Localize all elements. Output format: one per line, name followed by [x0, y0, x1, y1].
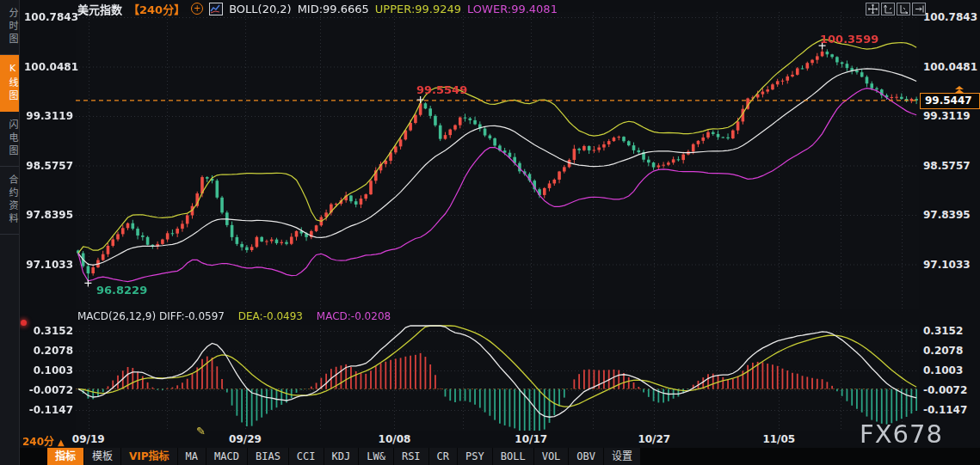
date-axis-label: 11/05 — [762, 433, 795, 445]
toolbar-button-VOL[interactable]: VOL — [534, 448, 570, 465]
indicator-toolbar-row: 指标模板VIP指标MAMACDBIASCCIKDJLW&RSICRPSYBOLL… — [20, 448, 980, 465]
last-price-tag[interactable]: 99.5447 — [920, 93, 980, 109]
toolbar-button-设置[interactable]: 设置 — [604, 448, 641, 465]
toolbar-button-BOLL[interactable]: BOLL — [493, 448, 534, 465]
price-axis-label-left: 100.7843 — [24, 11, 73, 23]
add-indicator-icon[interactable]: + — [191, 3, 203, 15]
macd-macd-value: MACD:-0.0208 — [317, 310, 391, 322]
toolbar-button-OBV[interactable]: OBV — [569, 448, 604, 465]
indicator-toolbar: 指标模板VIP指标MAMACDBIASCCIKDJLW&RSICRPSYBOLL… — [47, 448, 641, 465]
toolbar-button-指标[interactable]: 指标 — [47, 448, 84, 465]
macd-dea-value: DEA:-0.0493 — [238, 310, 303, 322]
macd-axis-label-right: -0.1147 — [923, 404, 967, 416]
macd-axis-label-right: -0.0072 — [923, 384, 967, 396]
period-label[interactable]: 【240分】 — [128, 1, 185, 17]
go-to-latest-icon[interactable] — [912, 3, 926, 15]
mini-chart-icon[interactable] — [209, 3, 223, 15]
toolbar-button-MACD[interactable]: MACD — [206, 448, 248, 465]
price-axis-label-right: 98.5757 — [923, 160, 971, 172]
boll-lower-value: LOWER:99.4081 — [467, 3, 558, 15]
sidebar-tab-1[interactable]: K线图 — [0, 55, 19, 112]
scale-x-axis-icon[interactable] — [897, 3, 910, 15]
live-alert-icon — [21, 320, 27, 326]
macd-axis-label-right: 0.1003 — [923, 364, 963, 376]
macd-chart-canvas[interactable] — [76, 325, 919, 431]
sidebar-tab-3[interactable]: 合约资料 — [0, 167, 19, 235]
boll-label: BOLL(20,2) — [229, 3, 292, 15]
pencil-cursor-icon: ✎ — [196, 425, 206, 437]
watermark: FX678 — [860, 419, 943, 449]
scale-y-axis-icon[interactable] — [881, 3, 895, 15]
price-axis-label-left: 99.3119 — [24, 110, 73, 122]
toolbar-button-KDJ[interactable]: KDJ — [324, 448, 360, 465]
date-axis-label: 10/08 — [379, 433, 411, 445]
macd-axis-label-right: 0.3152 — [923, 325, 963, 337]
macd-header: MACD(26,12,9) DIFF:-0.0597 DEA:-0.0493 M… — [77, 310, 391, 322]
candlestick-chart-canvas[interactable] — [76, 12, 919, 309]
macd-name-diff: MACD(26,12,9) DIFF:-0.0597 — [77, 310, 225, 322]
toolbar-button-模板[interactable]: 模板 — [84, 448, 121, 465]
boll-mid-value: MID:99.6665 — [298, 3, 369, 15]
price-axis-label-right: 97.1033 — [923, 259, 971, 271]
toolbar-button-CR[interactable]: CR — [429, 448, 458, 465]
sidebar-tab-2[interactable]: 闪电图 — [0, 112, 19, 167]
date-axis-label: 09/29 — [229, 433, 262, 445]
high-annotation-2: 100.3599 — [820, 33, 878, 46]
macd-axis-label-left: 0.1003 — [24, 364, 73, 376]
price-axis-label-right: 97.8395 — [923, 209, 971, 221]
toolbar-button-CCI[interactable]: CCI — [289, 448, 324, 465]
period-selector[interactable]: 240分▲ — [22, 433, 65, 448]
toolbar-button-PSY[interactable]: PSY — [458, 448, 493, 465]
chart-tool-icons — [866, 3, 926, 15]
price-axis-label-left: 97.1033 — [24, 259, 73, 271]
symbol-title: 美元指数 — [77, 1, 122, 17]
price-axis-label-left: 100.0481 — [24, 61, 73, 73]
price-axis-label-right: 100.0481 — [923, 61, 977, 73]
period-text: 240分 — [22, 436, 54, 448]
pan-tool-icon[interactable] — [866, 3, 879, 15]
macd-axis-label-left: -0.1147 — [24, 404, 73, 416]
jump-to-price-icon[interactable] — [954, 86, 965, 93]
toolbar-button-LW&[interactable]: LW& — [359, 448, 394, 465]
chart-header: 美元指数 【240分】 + BOLL(20,2) MID:99.6665 UPP… — [77, 2, 558, 15]
price-axis-label-left: 98.5757 — [24, 160, 73, 172]
period-arrow-icon: ▲ — [58, 437, 65, 447]
price-axis-label-right: 100.7843 — [923, 11, 977, 23]
macd-axis-label-left: -0.0072 — [24, 384, 73, 396]
low-annotation: 96.8229 — [96, 284, 147, 297]
price-axis-label-left: 97.8395 — [24, 209, 73, 221]
date-axis-label: 10/17 — [515, 433, 547, 445]
high-annotation-1: 99.5549 — [416, 83, 467, 96]
toolbar-button-MA[interactable]: MA — [178, 448, 206, 465]
left-sidebar: 分时图K线图闪电图合约资料 — [0, 0, 20, 465]
chart-application-window: 分时图K线图闪电图合约资料 美元指数 【240分】 + BOLL(20,2) M… — [0, 0, 980, 465]
date-axis-label: 09/19 — [72, 433, 105, 445]
macd-axis-label-right: 0.2078 — [923, 345, 963, 357]
macd-axis-label-left: 0.2078 — [24, 345, 73, 357]
date-axis-label: 10/27 — [638, 433, 670, 445]
toolbar-button-BIAS[interactable]: BIAS — [248, 448, 289, 465]
price-axis-label-right: 99.3119 — [923, 110, 971, 122]
boll-upper-value: UPPER:99.9249 — [375, 3, 461, 15]
toolbar-button-VIP指标[interactable]: VIP指标 — [121, 448, 178, 465]
sidebar-tab-0[interactable]: 分时图 — [0, 0, 19, 55]
macd-axis-label-left: 0.3152 — [24, 325, 73, 337]
toolbar-button-RSI[interactable]: RSI — [394, 448, 429, 465]
